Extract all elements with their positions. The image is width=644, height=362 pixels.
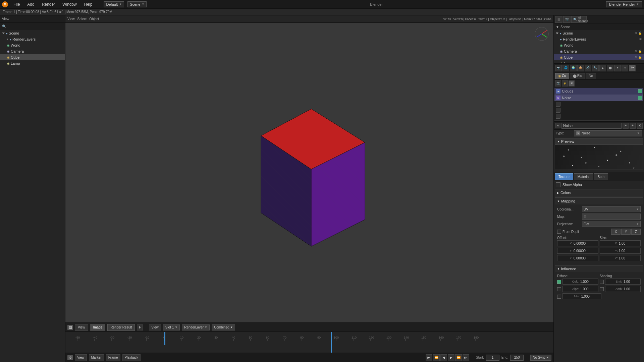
colors-header[interactable]: ▶ Colors xyxy=(555,189,643,196)
ctx-tab-blu[interactable]: ⬤ Blu xyxy=(570,73,585,79)
image-tab-imgheader[interactable]: Image xyxy=(90,324,106,331)
mapping-header[interactable]: ▼ Mapping xyxy=(555,198,643,204)
show-alpha-checkbox[interactable] xyxy=(556,182,560,187)
colo-check[interactable] xyxy=(557,280,561,284)
play-reverse-btn[interactable]: ◀ xyxy=(440,354,447,361)
plus-tex-btn[interactable]: + xyxy=(630,123,636,129)
rp-renderlayers-item[interactable]: ● RenderLayers 👁 xyxy=(554,36,644,42)
view-tab-texture[interactable]: Texture xyxy=(555,173,573,180)
type-dropdown[interactable]: N Noise ▼ xyxy=(574,130,642,136)
view-mode-btn[interactable]: View xyxy=(149,324,161,330)
slot-selector[interactable]: Slot 1▼ xyxy=(163,324,180,330)
bottom-view-btn[interactable]: View xyxy=(75,354,87,361)
end-frame-input[interactable]: 250 xyxy=(510,355,524,361)
offset-x-field[interactable]: X: 0.00000 xyxy=(557,240,598,246)
menu-render[interactable]: Render xyxy=(40,1,57,7)
f-tex-btn[interactable]: F xyxy=(623,123,629,129)
sync-selector[interactable]: No Sync▼ xyxy=(530,355,551,361)
render-layer-selector[interactable]: RenderLayer▼ xyxy=(182,324,210,330)
outliner-item-camera[interactable]: ◉ Camera xyxy=(0,48,65,54)
object-props-icon[interactable]: 📦 xyxy=(577,65,584,71)
mirr-value[interactable]: Mirr: 1.000 xyxy=(562,293,601,299)
rp-world-item[interactable]: ◉ World xyxy=(554,42,644,48)
outliner-item-cube[interactable]: ◉ Cube xyxy=(0,54,65,60)
texture-item-clouds[interactable]: ☁ Clouds xyxy=(554,88,643,95)
menu-window[interactable]: Window xyxy=(60,1,79,7)
next-frame-btn[interactable]: ⏩ xyxy=(455,354,462,361)
menu-file[interactable]: File xyxy=(11,1,22,7)
viewport3d[interactable]: View Select Object v2.73 | Verts:8 | Fac… xyxy=(65,15,553,322)
sub-icon-x[interactable]: ✖ xyxy=(569,80,575,86)
influence-header[interactable]: ▼ Influence xyxy=(555,265,643,272)
render-props-icon[interactable]: 📷 xyxy=(555,65,562,71)
x-tex-btn[interactable]: ✖ xyxy=(637,123,643,129)
noise-check[interactable] xyxy=(638,96,642,100)
render-result-label[interactable]: Render Result xyxy=(107,324,135,331)
constraints-icon[interactable]: 🔗 xyxy=(585,65,591,71)
bottom-playback-btn[interactable]: Playback xyxy=(122,354,141,361)
offset-z-field[interactable]: Z: 0.00000 xyxy=(557,255,598,261)
menu-help[interactable]: Help xyxy=(82,1,95,7)
vp-view-menu[interactable]: View xyxy=(67,17,75,21)
bottom-frame-btn[interactable]: Frame xyxy=(106,354,120,361)
workspace-selector[interactable]: Default ▼ xyxy=(104,1,124,7)
physics-icon[interactable]: ⚛ xyxy=(622,65,628,71)
f-button[interactable]: F xyxy=(137,324,143,330)
scene-selector[interactable]: Scene ▼ xyxy=(127,1,147,7)
world-props-icon[interactable]: 🌍 xyxy=(570,65,577,71)
projection-dropdown[interactable]: Flat ▼ xyxy=(582,221,641,227)
sub-icon-1[interactable]: 📷 xyxy=(555,80,561,86)
modifier-icon[interactable]: 🔧 xyxy=(592,65,599,71)
size-z-field[interactable]: Z: 1.00 xyxy=(600,255,641,261)
prev-frame-btn[interactable]: ⏪ xyxy=(433,354,440,361)
alph-value[interactable]: Alph: 1.000 xyxy=(562,286,598,292)
material-icon[interactable]: ⬤ xyxy=(607,65,613,71)
coordina-dropdown[interactable]: UV ▼ xyxy=(582,206,641,212)
ctx-tab-cu[interactable]: ◉ Cu xyxy=(555,73,569,79)
texture-slot-3[interactable] xyxy=(554,101,643,107)
sub-icon-2[interactable]: ⚡ xyxy=(562,80,568,86)
view-tab-both[interactable]: Both xyxy=(594,173,608,180)
vp-select-menu[interactable]: Select xyxy=(77,17,87,21)
size-y-field[interactable]: Y: 1.00 xyxy=(600,248,641,254)
engine-selector[interactable]: Blender Render ▼ xyxy=(606,1,642,7)
y-btn[interactable]: Y xyxy=(621,229,631,235)
prop-icon-all[interactable]: All Scenes xyxy=(579,16,587,23)
ctx-tab-no[interactable]: No xyxy=(586,73,596,79)
texture-icon[interactable]: 🏁 xyxy=(629,65,636,71)
outliner-item-lamp[interactable]: ◉ Lamp xyxy=(0,60,65,66)
emit-check[interactable] xyxy=(600,280,604,284)
amb-value[interactable]: Amb: 1.00 xyxy=(605,286,641,292)
bottom-marker-btn[interactable]: Marker xyxy=(89,354,104,361)
preview-header[interactable]: ▼ Preview xyxy=(555,138,643,145)
skip-start-btn[interactable]: ⏮ xyxy=(426,354,432,361)
combined-selector[interactable]: Combined▼ xyxy=(212,324,235,330)
mirr-check[interactable] xyxy=(557,295,561,299)
texture-slot-4[interactable] xyxy=(554,107,643,113)
from-dupli-check[interactable] xyxy=(557,230,561,234)
view-tab-imgheader[interactable]: View xyxy=(75,324,88,331)
menu-add[interactable]: Add xyxy=(25,1,36,7)
alph-check[interactable] xyxy=(557,287,561,291)
skip-end-btn[interactable]: ⏭ xyxy=(463,354,469,361)
texture-item-noise[interactable]: N Noise xyxy=(554,95,643,101)
rp-cube-item[interactable]: ◉ Cube 👁 🔒 xyxy=(554,54,644,60)
outliner-item-scene[interactable]: ● Scene xyxy=(0,30,65,36)
prop-icon-outliner[interactable]: ☰ xyxy=(555,16,562,23)
offset-y-field[interactable]: Y: 0.00000 xyxy=(557,248,598,254)
size-x-field[interactable]: X: 1.00 xyxy=(600,240,641,246)
prop-icon-render[interactable]: 📷 xyxy=(563,16,571,23)
outliner-item-world[interactable]: ◉ World xyxy=(0,42,65,48)
rp-scene-item[interactable]: ● Scene 👁 🔒 xyxy=(554,30,644,36)
outliner-item-renderlayers[interactable]: ● RenderLayers xyxy=(0,36,65,42)
scene-props-icon[interactable]: 🌐 xyxy=(562,65,569,71)
vp-object-menu[interactable]: Object xyxy=(89,17,99,21)
tex-name-input[interactable]: Noise xyxy=(561,123,622,129)
emit-value[interactable]: Emit: 1.00 xyxy=(605,279,641,285)
rp-camera-item[interactable]: ◉ Camera 👁 🔒 xyxy=(554,48,644,54)
particle-icon[interactable]: ✦ xyxy=(614,65,621,71)
texture-slot-5[interactable] xyxy=(554,113,643,119)
amb-check[interactable] xyxy=(600,287,604,291)
view-tab-material[interactable]: Material xyxy=(574,173,593,180)
prop-icon-search[interactable]: 🔍 xyxy=(571,16,579,23)
